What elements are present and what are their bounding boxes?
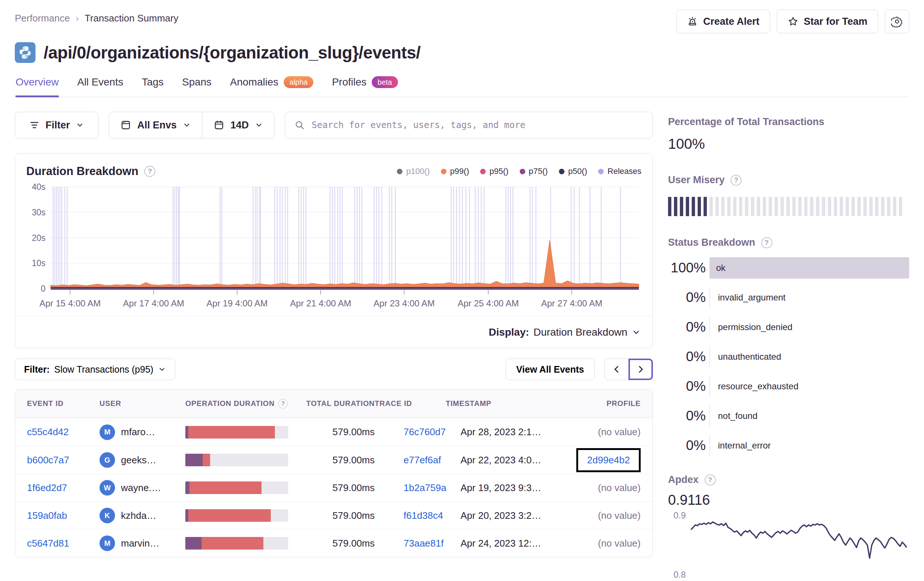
help-icon[interactable]: ? — [278, 399, 288, 409]
pagination — [604, 359, 653, 380]
table-row: b600c7a7Ggeeks…579.00mse77ef6afApr 22, 2… — [15, 446, 652, 474]
misery-segment — [721, 197, 724, 216]
event-id-link[interactable]: b600c7a7 — [27, 454, 69, 465]
transactions-filter-dropdown[interactable]: Filter: Slow Transactions (p95) — [15, 359, 175, 380]
user-name: marvin… — [121, 538, 159, 549]
help-icon[interactable]: ? — [144, 166, 155, 177]
tab-overview[interactable]: Overview — [15, 76, 59, 97]
previous-page-button[interactable] — [604, 359, 629, 380]
tab-all-events[interactable]: All Events — [77, 76, 124, 97]
profile-id-link[interactable]: 2d99e4b2 — [587, 454, 630, 465]
tab-tags[interactable]: Tags — [142, 76, 163, 97]
legend-item-p99[interactable]: p99() — [441, 167, 469, 176]
trace-id-link[interactable]: 73aae81f — [404, 538, 444, 549]
status-label[interactable]: invalid_argument — [710, 287, 909, 308]
environment-selector[interactable]: All Envs — [109, 112, 202, 138]
legend-label: p99() — [450, 167, 469, 176]
misery-segment — [822, 197, 825, 216]
legend-item-Releases[interactable]: Releases — [598, 167, 642, 176]
operation-duration-bar — [185, 454, 288, 466]
misery-segment — [893, 197, 896, 216]
status-label[interactable]: permission_denied — [710, 316, 909, 338]
misery-segment — [775, 197, 778, 216]
column-header-timestamp: TIMESTAMP — [446, 399, 558, 408]
event-id-link[interactable]: c5647d81 — [27, 538, 69, 549]
chevron-down-icon[interactable] — [632, 328, 641, 337]
status-label[interactable]: not_found — [710, 405, 909, 427]
help-icon[interactable]: ? — [761, 237, 772, 248]
misery-segment — [710, 197, 713, 216]
view-all-events-button[interactable]: View All Events — [506, 359, 595, 380]
event-id-link[interactable]: c55c4d42 — [27, 426, 69, 437]
status-row-permission_denied: 0%permission_denied — [668, 316, 909, 338]
help-icon[interactable]: ? — [731, 175, 742, 186]
breadcrumb-transaction-summary: Transaction Summary — [85, 13, 178, 24]
profile-cell: 2d99e4b2 — [558, 448, 641, 472]
misery-segment — [680, 197, 683, 216]
table-row: 159a0fabKkzhda…579.00msf61d38c4Apr 20, 2… — [15, 502, 652, 529]
user-cell: Mmarvin… — [99, 535, 185, 551]
date-range-selector[interactable]: 14D — [202, 112, 274, 138]
display-selector[interactable]: Duration Breakdown — [533, 326, 627, 338]
svg-text:30s: 30s — [32, 208, 46, 217]
filter-dropdown[interactable]: Filter — [15, 112, 98, 138]
misery-segment — [751, 197, 754, 216]
misery-segment — [703, 197, 707, 216]
status-label[interactable]: resource_exhausted — [710, 376, 909, 397]
misery-segment — [810, 197, 813, 216]
legend-label: p95() — [489, 167, 508, 176]
trace-id-link[interactable]: 1b2a759a — [404, 482, 447, 493]
create-alert-button[interactable]: Create Alert — [676, 10, 770, 33]
event-id-link[interactable]: 159a0fab — [27, 510, 67, 521]
settings-button[interactable] — [885, 10, 909, 33]
timestamp: Apr 19, 2023 9:3… — [446, 482, 558, 494]
svg-text:Apr 15 4:00 AM: Apr 15 4:00 AM — [40, 298, 101, 308]
misery-segment — [828, 197, 831, 216]
duration-chart: 40s30s20s10s0Apr 15 4:00 AMApr 17 4:00 A… — [15, 181, 652, 312]
status-label[interactable]: internal_error — [710, 435, 909, 456]
legend-item-p95[interactable]: p95() — [480, 167, 508, 176]
star-icon — [787, 16, 799, 27]
profile-no-value: (no value) — [598, 482, 641, 493]
tab-label: Tags — [142, 76, 163, 88]
legend-item-p75[interactable]: p75() — [520, 167, 548, 176]
legend-item-p100[interactable]: p100() — [397, 167, 430, 176]
profile-no-value: (no value) — [598, 510, 641, 521]
tab-label: All Events — [77, 76, 124, 88]
profile-cell: (no value) — [558, 426, 641, 438]
table-row: c55c4d42Mmfaro…579.00ms76c760d7Apr 28, 2… — [15, 418, 652, 446]
user-cell: Ggeeks… — [99, 452, 185, 468]
breadcrumb: Performance › Transaction Summary — [15, 10, 178, 24]
breadcrumb-performance[interactable]: Performance — [15, 13, 70, 24]
help-icon[interactable]: ? — [705, 474, 716, 485]
trace-id-link[interactable]: e77ef6af — [404, 454, 441, 465]
user-name: kzhda… — [121, 510, 156, 521]
status-row-invalid_argument: 0%invalid_argument — [668, 287, 909, 308]
legend-dot-icon — [480, 169, 486, 174]
misery-segment — [698, 197, 701, 216]
column-header-total-duration: TOTAL DURATION — [293, 399, 375, 408]
search-input[interactable]: Search for events, users, tags, and more — [285, 112, 653, 138]
trace-id-link[interactable]: f61d38c4 — [404, 510, 443, 521]
tab-spans[interactable]: Spans — [182, 76, 211, 97]
star-for-team-button[interactable]: Star for Team — [777, 10, 878, 33]
user-name: wayne.… — [121, 482, 161, 494]
legend-item-p50[interactable]: p50() — [559, 167, 587, 176]
tab-anomalies[interactable]: Anomaliesalpha — [230, 76, 314, 97]
status-label[interactable]: ok — [710, 257, 909, 279]
event-id-link[interactable]: 1f6ed2d7 — [27, 482, 67, 493]
misery-segment — [887, 197, 890, 216]
trace-id-link[interactable]: 76c760d7 — [404, 426, 446, 437]
misery-segment — [733, 197, 736, 216]
timestamp: Apr 22, 2023 4:0… — [446, 454, 558, 466]
misery-segment — [792, 197, 796, 216]
apdex-sparkline: 0.90.8 — [668, 511, 909, 581]
next-page-button[interactable] — [629, 359, 653, 380]
operation-duration-bar — [185, 509, 288, 522]
tab-profiles[interactable]: Profilesbeta — [332, 76, 398, 97]
timestamp: Apr 24, 2023 12:… — [446, 538, 558, 549]
profile-no-value: (no value) — [598, 538, 641, 549]
status-label[interactable]: unauthenticated — [710, 346, 909, 367]
duration-breakdown-panel: Duration Breakdown ? p100()p99()p95()p75… — [15, 153, 653, 348]
python-platform-icon — [15, 42, 36, 63]
